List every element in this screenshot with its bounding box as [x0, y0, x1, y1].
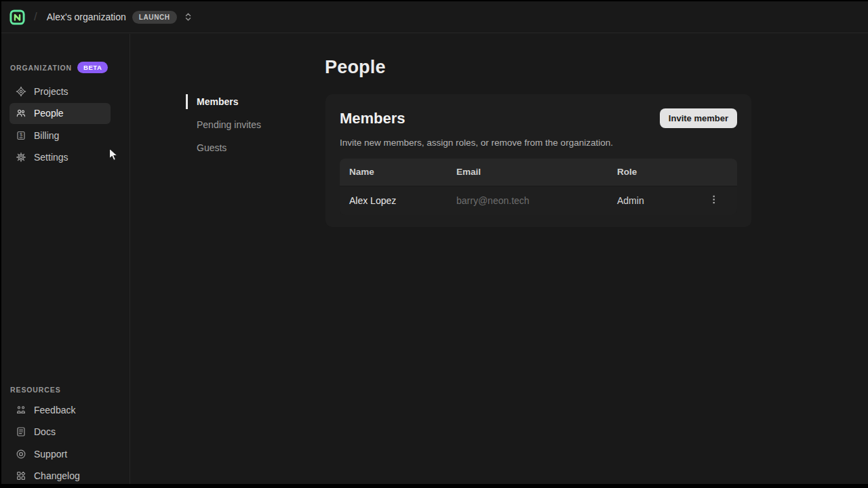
sidebar-item-changelog[interactable]: Changelog: [9, 466, 111, 487]
table-header-row: Name Email Role: [340, 159, 737, 186]
column-header-role: Role: [617, 159, 705, 186]
members-card-title: Members: [340, 110, 406, 127]
column-header-email: Email: [456, 159, 617, 186]
sidebar-item-label: Settings: [34, 152, 68, 163]
billing-icon: $: [16, 130, 26, 141]
resources-label: RESOURCES: [10, 386, 61, 394]
invite-member-button[interactable]: Invite member: [660, 108, 737, 128]
breadcrumb-slash: /: [34, 10, 37, 24]
members-table: Name Email Role Alex Lopez barry@neon.te…: [340, 159, 737, 215]
kebab-icon: [709, 195, 718, 205]
member-role: Admin: [617, 186, 705, 215]
sidebar-item-label: Support: [34, 449, 67, 460]
sidebar-item-projects[interactable]: Projects: [9, 81, 111, 102]
column-header-name: Name: [340, 159, 456, 186]
projects-icon: [16, 86, 26, 97]
chevron-updown-icon: [184, 12, 193, 22]
active-tab-indicator: [186, 94, 188, 109]
plan-badge: LAUNCH: [132, 11, 177, 24]
sidebar-item-label: Billing: [34, 130, 59, 141]
org-name: Alex's organization: [47, 12, 126, 22]
sidebar-item-settings[interactable]: Settings: [9, 147, 111, 168]
member-name: Alex Lopez: [340, 186, 456, 215]
resources-section-header: RESOURCES: [10, 386, 61, 394]
feedback-icon: [16, 405, 26, 415]
sidebar-item-support[interactable]: Support: [9, 443, 111, 464]
sidebar: ORGANIZATION BETA Projects: [1, 34, 130, 484]
sidebar-item-label: People: [34, 108, 64, 119]
gear-icon: [16, 152, 26, 163]
tab-members[interactable]: Members: [186, 94, 294, 109]
neon-logo[interactable]: [9, 9, 26, 25]
sidebar-item-feedback[interactable]: Feedback: [9, 399, 111, 420]
organization-section-header: ORGANIZATION BETA: [10, 62, 108, 73]
sidebar-item-label: Changelog: [34, 470, 80, 481]
sidebar-item-label: Feedback: [34, 405, 75, 415]
tab-pending-invites[interactable]: Pending invites: [186, 117, 294, 132]
people-subnav: Members Pending invites Guests: [186, 94, 294, 163]
page-title: People: [325, 57, 386, 78]
top-bar: / Alex's organization LAUNCH: [1, 1, 868, 33]
beta-badge: BETA: [77, 62, 108, 73]
changelog-icon: [16, 470, 26, 481]
tab-guests[interactable]: Guests: [186, 140, 294, 155]
members-card-description: Invite new members, assign roles, or rem…: [340, 138, 613, 148]
column-header-actions: [705, 159, 737, 186]
table-row: Alex Lopez barry@neon.tech Admin: [340, 186, 737, 215]
sidebar-item-people[interactable]: People: [9, 103, 111, 124]
tab-label: Guests: [197, 142, 226, 153]
sidebar-item-label: Projects: [34, 86, 68, 97]
sidebar-item-label: Docs: [34, 426, 56, 437]
resources-nav: Feedback Docs Support: [9, 399, 111, 487]
sidebar-item-docs[interactable]: Docs: [9, 422, 111, 443]
neon-logo-icon: [9, 9, 25, 25]
sidebar-item-billing[interactable]: $ Billing: [9, 125, 111, 146]
app-window: / Alex's organization LAUNCH ORGANIZATIO…: [1, 1, 868, 484]
organization-nav: Projects People $: [9, 81, 111, 169]
member-email: barry@neon.tech: [456, 186, 617, 215]
tab-label: Members: [197, 96, 238, 107]
docs-icon: [16, 426, 26, 437]
tab-label: Pending invites: [197, 119, 261, 130]
org-switcher[interactable]: Alex's organization LAUNCH: [47, 11, 193, 24]
svg-text:$: $: [20, 131, 23, 138]
support-icon: [16, 449, 26, 460]
people-icon: [16, 108, 26, 119]
organization-label: ORGANIZATION: [10, 64, 72, 72]
members-card: Members Invite member Invite new members…: [326, 94, 751, 227]
row-actions-button[interactable]: [705, 192, 722, 209]
